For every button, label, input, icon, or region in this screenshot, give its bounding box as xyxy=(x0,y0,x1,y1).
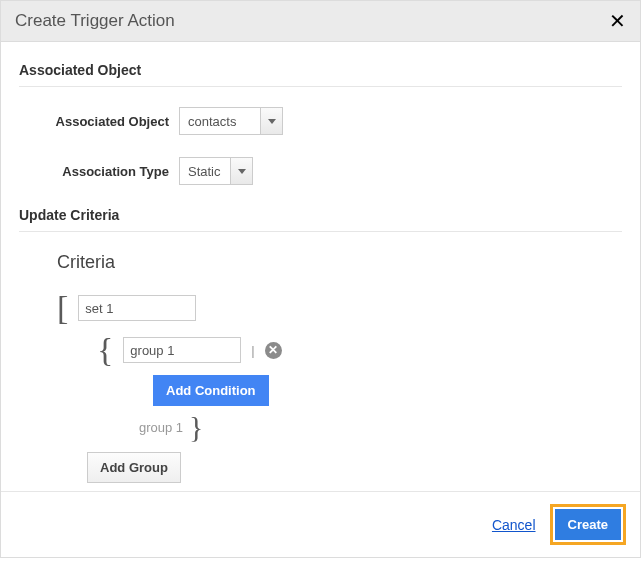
dialog: Create Trigger Action ✕ Associated Objec… xyxy=(0,0,641,558)
chevron-down-icon xyxy=(260,108,282,134)
cancel-link[interactable]: Cancel xyxy=(492,517,536,533)
create-button[interactable]: Create xyxy=(555,509,621,540)
remove-group-icon[interactable]: ✕ xyxy=(265,342,282,359)
group-close-row: group 1 } xyxy=(139,412,622,442)
add-group-button[interactable]: Add Group xyxy=(87,452,181,483)
select-associated-object-value: contacts xyxy=(180,108,260,134)
add-group-row: Add Group xyxy=(87,452,622,483)
select-associated-object[interactable]: contacts xyxy=(179,107,283,135)
dialog-footer: Cancel Create xyxy=(1,491,640,557)
criteria-block: Criteria [ { | ✕ Add Condition group 1 }… xyxy=(19,252,622,483)
add-condition-button[interactable]: Add Condition xyxy=(153,375,269,406)
group-close-label: group 1 xyxy=(139,420,183,435)
section-heading-associated-object: Associated Object xyxy=(19,62,622,78)
create-highlight: Create xyxy=(550,504,626,545)
divider xyxy=(19,86,622,87)
chevron-down-icon xyxy=(230,158,252,184)
separator-icon: | xyxy=(251,343,254,358)
dialog-title: Create Trigger Action xyxy=(15,11,175,31)
row-associated-object: Associated Object contacts xyxy=(19,107,622,135)
section-heading-update-criteria: Update Criteria xyxy=(19,207,622,223)
group-row: { | ✕ xyxy=(97,333,622,367)
add-condition-row: Add Condition xyxy=(153,375,622,406)
select-association-type-value: Static xyxy=(180,158,230,184)
brace-open-icon: { xyxy=(97,333,113,367)
label-association-type: Association Type xyxy=(19,164,179,179)
divider xyxy=(19,231,622,232)
select-association-type[interactable]: Static xyxy=(179,157,253,185)
dialog-body: Associated Object Associated Object cont… xyxy=(1,42,640,491)
criteria-title: Criteria xyxy=(57,252,622,273)
close-icon[interactable]: ✕ xyxy=(609,11,626,31)
set-name-input[interactable] xyxy=(78,295,196,321)
set-row: [ xyxy=(57,291,622,325)
group-name-input[interactable] xyxy=(123,337,241,363)
dialog-header: Create Trigger Action ✕ xyxy=(1,1,640,42)
label-associated-object: Associated Object xyxy=(19,114,179,129)
row-association-type: Association Type Static xyxy=(19,157,622,185)
brace-close-icon: } xyxy=(189,412,203,442)
bracket-open-icon: [ xyxy=(57,291,68,325)
